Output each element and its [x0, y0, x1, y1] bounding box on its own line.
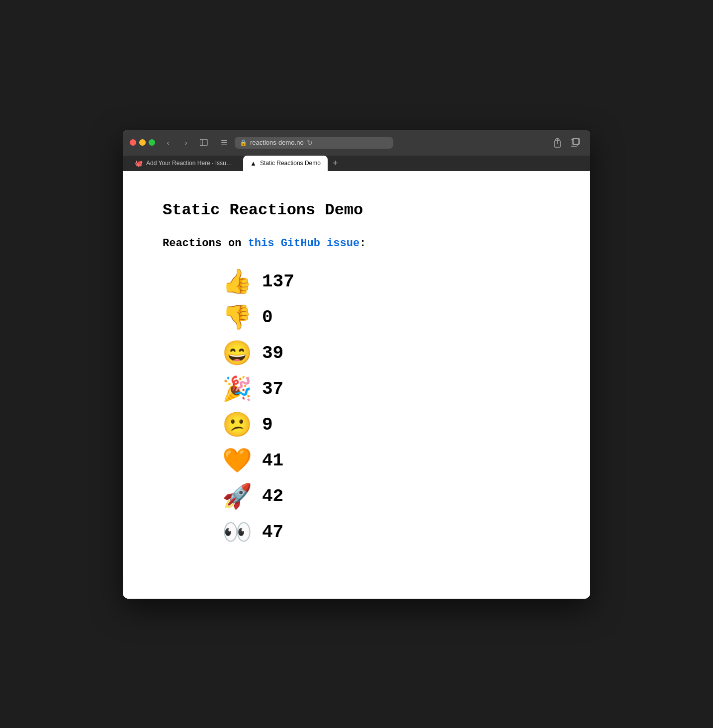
back-button[interactable]: ‹ — [161, 136, 175, 150]
toolbar-actions — [549, 135, 583, 151]
reaction-item-thumbs-up: 👍137 — [222, 268, 550, 296]
share-button[interactable] — [549, 135, 565, 151]
minimize-button[interactable] — [139, 139, 146, 146]
tab-demo[interactable]: ▲ Static Reactions Demo — [243, 156, 328, 171]
address-text: reactions-demo.no — [250, 139, 304, 146]
tabs-bar: 🐙 Add Your Reaction Here · Issue #1 · ch… — [123, 156, 590, 171]
page-content: Static Reactions Demo Reactions on this … — [123, 171, 590, 599]
forward-button[interactable]: › — [179, 136, 193, 150]
reaction-item-eyes: 👀47 — [222, 518, 550, 547]
svg-rect-0 — [200, 139, 207, 146]
reaction-emoji-eyes: 👀 — [222, 518, 252, 547]
copy-tab-button[interactable] — [567, 135, 583, 151]
reaction-item-confused: 😕9 — [222, 411, 550, 440]
reaction-item-thumbs-down: 👎0 — [222, 303, 550, 332]
reload-button[interactable]: ↻ — [307, 139, 313, 147]
tab-github-label: Add Your Reaction Here · Issue #1 · chib… — [146, 160, 235, 167]
reaction-count-heart: 41 — [262, 451, 283, 471]
reaction-count-grinning: 39 — [262, 343, 283, 364]
reaction-count-thumbs-up: 137 — [262, 272, 294, 292]
reactions-suffix: : — [359, 237, 366, 250]
reaction-emoji-grinning: 😄 — [222, 339, 252, 368]
reaction-emoji-thumbs-down: 👎 — [222, 303, 252, 332]
reaction-item-party-popper: 🎉37 — [222, 375, 550, 404]
reaction-emoji-thumbs-up: 👍 — [222, 268, 252, 296]
tab-github[interactable]: 🐙 Add Your Reaction Here · Issue #1 · ch… — [128, 156, 242, 171]
reaction-emoji-heart: 🧡 — [222, 447, 252, 475]
reactions-heading: Reactions on this GitHub issue: — [163, 237, 550, 250]
reaction-count-thumbs-down: 0 — [262, 307, 273, 328]
address-bar[interactable]: 🔒 reactions-demo.no ↻ — [235, 137, 393, 149]
browser-chrome: ‹ › ☰ 🔒 reactions-demo.no ↻ — [123, 130, 590, 171]
toolbar: ‹ › ☰ 🔒 reactions-demo.no ↻ — [123, 130, 590, 156]
reaction-item-grinning: 😄39 — [222, 339, 550, 368]
browser-window: ‹ › ☰ 🔒 reactions-demo.no ↻ — [123, 130, 590, 599]
github-favicon: 🐙 — [135, 160, 143, 167]
menu-button[interactable]: ☰ — [217, 136, 231, 150]
new-tab-button[interactable]: + — [329, 156, 342, 171]
page-title: Static Reactions Demo — [163, 201, 550, 219]
close-button[interactable] — [130, 139, 136, 146]
sidebar-button[interactable] — [197, 136, 211, 150]
reactions-prefix: Reactions on — [163, 237, 248, 250]
reaction-emoji-rocket: 🚀 — [222, 482, 252, 511]
lock-icon: 🔒 — [240, 139, 247, 146]
reaction-emoji-confused: 😕 — [222, 411, 252, 440]
reaction-count-party-popper: 37 — [262, 379, 283, 399]
tab-demo-label: Static Reactions Demo — [260, 160, 321, 167]
reactions-list: 👍137👎0😄39🎉37😕9🧡41🚀42👀47 — [222, 268, 550, 547]
reaction-item-rocket: 🚀42 — [222, 482, 550, 511]
reaction-count-rocket: 42 — [262, 486, 283, 507]
maximize-button[interactable] — [149, 139, 155, 146]
svg-rect-6 — [573, 139, 579, 144]
demo-favicon: ▲ — [250, 160, 257, 167]
github-issue-link[interactable]: this GitHub issue — [248, 237, 359, 250]
traffic-lights — [130, 139, 155, 146]
reaction-emoji-party-popper: 🎉 — [222, 375, 252, 404]
reaction-count-eyes: 47 — [262, 522, 283, 543]
reaction-item-heart: 🧡41 — [222, 447, 550, 475]
reaction-count-confused: 9 — [262, 415, 273, 435]
